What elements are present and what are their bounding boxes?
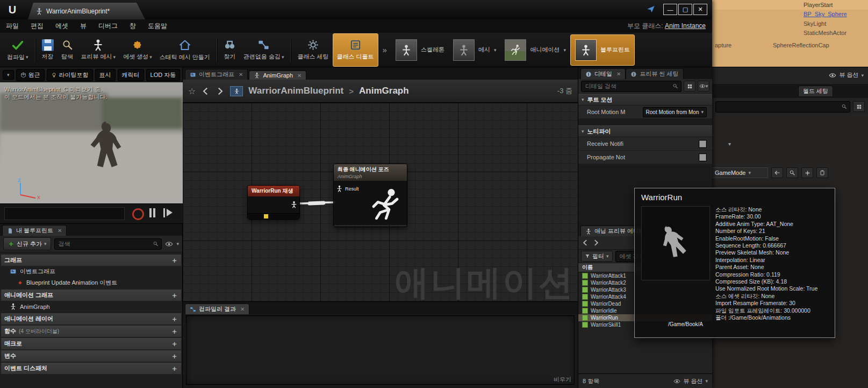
outliner-row-fragment[interactable]: apture xyxy=(715,42,731,48)
clear-log-button[interactable]: 비우기 xyxy=(554,376,571,384)
section-collapse-arrow[interactable]: ▾ xyxy=(728,141,731,147)
eye-icon[interactable] xyxy=(165,240,173,248)
find-button[interactable]: 찾기 xyxy=(220,34,240,66)
lod-auto-button[interactable]: LOD 자동 xyxy=(146,69,181,81)
save-button[interactable]: 저장 xyxy=(38,34,58,66)
blueprint-mode-button[interactable]: 블루프린트 xyxy=(570,34,635,66)
search-input[interactable] xyxy=(719,103,841,110)
add-anim-graph-button[interactable]: ＋ xyxy=(171,291,178,300)
animation-mode-button[interactable]: 애니메이션▾ xyxy=(500,35,570,65)
step-forward-button[interactable] xyxy=(163,208,174,218)
details-search[interactable] xyxy=(581,81,682,92)
item-bp-update-animation-event[interactable]: Blueprint Update Animation 이벤트 xyxy=(0,277,182,288)
feedback-plane-icon[interactable] xyxy=(647,5,655,13)
tab-world-settings[interactable]: 월드 세팅 xyxy=(798,86,833,96)
outliner-row-fragment[interactable]: SphereReflectionCap xyxy=(773,42,829,48)
lit-mode-button[interactable]: 라이팅포함 xyxy=(47,69,93,81)
maximize-button[interactable]: ▢ xyxy=(678,4,692,15)
back-arrow-icon[interactable] xyxy=(582,239,589,246)
grid-view-button[interactable] xyxy=(853,101,865,112)
close-icon[interactable]: ✕ xyxy=(297,73,302,79)
add-button[interactable] xyxy=(801,167,813,178)
compile-button[interactable]: 컴파일▾ xyxy=(3,34,32,66)
tab-compiler-results[interactable]: 컴파일러 결과 ✕ xyxy=(185,304,249,314)
parent-class-link[interactable]: Anim Instance xyxy=(665,22,706,30)
section-animation-layers[interactable]: 애니메이션 레이어＋ xyxy=(1,313,181,324)
viewport-options-button[interactable]: ▾ xyxy=(3,70,14,80)
close-icon[interactable]: ✕ xyxy=(58,228,62,234)
receive-notify-checkbox[interactable] xyxy=(699,140,707,148)
menu-debug[interactable]: 디버그 xyxy=(92,22,124,31)
details-search-input[interactable] xyxy=(584,82,672,90)
menu-file[interactable]: 파일 xyxy=(0,22,25,31)
outliner-view-options[interactable]: 뷰 옵션 ▾ xyxy=(712,67,868,83)
skeleton-mode-button[interactable]: 스켈레톤 xyxy=(391,35,449,65)
add-function-button[interactable]: ＋ xyxy=(171,327,178,336)
hide-unrelated-button[interactable]: 관련없음 숨김▾ xyxy=(240,34,288,66)
anim-view-options[interactable]: 뷰 옵션 ▾ xyxy=(673,377,708,385)
menu-edit[interactable]: 편집 xyxy=(25,22,49,31)
compiler-log[interactable] xyxy=(186,315,575,385)
section-animation-graphs[interactable]: 애니메이션 그래프＋ xyxy=(1,290,181,301)
tab-animgraph[interactable]: AnimGraph ✕ xyxy=(249,70,306,80)
viewport-3d-scene[interactable]: WarriorAnimBlueprint_C 미리보기 중. 이 모드에서는 본… xyxy=(0,82,183,203)
gamemode-dropdown[interactable]: GameMode ▾ xyxy=(705,167,768,178)
close-icon[interactable]: ✕ xyxy=(616,71,621,77)
property-matrix-button[interactable] xyxy=(684,81,695,91)
menu-asset[interactable]: 에셋 xyxy=(49,22,74,31)
section-graphs[interactable]: 그래프＋ xyxy=(1,255,181,266)
section-functions[interactable]: 함수 (4 오버라이더블) ＋ xyxy=(1,326,181,337)
record-button[interactable] xyxy=(132,208,144,220)
root-motion-mode-dropdown[interactable]: Root Motion from Mon ▾ xyxy=(643,107,707,117)
preview-character[interactable] xyxy=(85,120,131,178)
forward-arrow-icon[interactable] xyxy=(216,87,225,96)
outliner-row[interactable]: SkyLight xyxy=(712,19,868,29)
section-macros[interactable]: 매크로＋ xyxy=(1,338,181,349)
tab-details[interactable]: 디테일 ✕ xyxy=(580,68,626,79)
use-selected-button[interactable] xyxy=(771,167,783,178)
blueprint-search[interactable] xyxy=(54,238,162,250)
section-notify[interactable]: ▾ 노티파이 xyxy=(578,125,712,137)
tab-preview-scene-settings[interactable]: 프리뷰 씬 세팅 xyxy=(626,68,683,79)
blueprint-search-input[interactable] xyxy=(58,240,153,248)
show-button[interactable]: 표시 xyxy=(95,69,116,81)
paste-button[interactable] xyxy=(816,167,828,178)
close-icon[interactable]: ✕ xyxy=(240,306,245,312)
toolbar-overflow-chevron[interactable]: » xyxy=(383,45,387,54)
class-settings-button[interactable]: 클래스 세팅 xyxy=(293,34,332,66)
mesh-mode-button[interactable]: 메시▾ xyxy=(449,35,501,65)
class-defaults-button[interactable]: 클래스 디폴트 xyxy=(333,33,378,67)
timeline-scrub-field[interactable] xyxy=(4,207,125,220)
result-input-pin[interactable] xyxy=(336,185,343,192)
tab-event-graph[interactable]: 이벤트그래프 ✕ xyxy=(185,69,248,80)
preview-mesh-button[interactable]: 프리뷰 메시▾ xyxy=(77,34,120,66)
propagate-notify-checkbox[interactable] xyxy=(699,153,707,161)
add-dispatcher-button[interactable]: ＋ xyxy=(171,364,178,373)
display-filter-button[interactable]: ▾ xyxy=(698,81,709,91)
add-macro-button[interactable]: ＋ xyxy=(171,339,178,349)
add-variable-button[interactable]: ＋ xyxy=(171,351,178,361)
filter-button[interactable]: 필터 ▾ xyxy=(581,251,613,262)
animgraph-canvas[interactable]: WarriorRun 재생 최종 애니메이션 포즈 AnimGraph Resu… xyxy=(183,103,578,302)
pause-button[interactable] xyxy=(149,208,157,218)
add-graph-button[interactable]: ＋ xyxy=(171,256,178,265)
chevron-down-icon[interactable]: ▾ xyxy=(176,241,179,246)
favorite-star-icon[interactable]: ☆ xyxy=(188,86,196,96)
pose-output-pin[interactable] xyxy=(290,201,298,208)
browse-button[interactable]: 탐색 xyxy=(58,34,77,66)
add-anim-layer-button[interactable]: ＋ xyxy=(171,314,178,324)
item-event-graph[interactable]: 이벤트그래프 xyxy=(0,266,182,277)
breadcrumb-current[interactable]: AnimGraph xyxy=(359,86,409,96)
close-icon[interactable]: ✕ xyxy=(239,72,243,77)
section-variables[interactable]: 변수＋ xyxy=(1,350,181,362)
back-arrow-icon[interactable] xyxy=(201,87,210,96)
forward-arrow-icon[interactable] xyxy=(592,239,600,246)
outliner-row[interactable]: StaticMeshActor xyxy=(712,29,868,38)
section-event-dispatchers[interactable]: 이벤트 디스패처＋ xyxy=(1,363,181,374)
browse-asset-button[interactable] xyxy=(786,167,798,178)
perspective-button[interactable]: 원근 xyxy=(16,69,45,81)
section-root-motion[interactable]: ▾ 루트 모션 xyxy=(578,94,712,105)
create-asset-button[interactable]: 에셋 생성▾ xyxy=(119,34,156,66)
node-play-warriorrun[interactable]: WarriorRun 재생 xyxy=(247,185,300,220)
close-button[interactable]: ✕ xyxy=(693,4,707,15)
